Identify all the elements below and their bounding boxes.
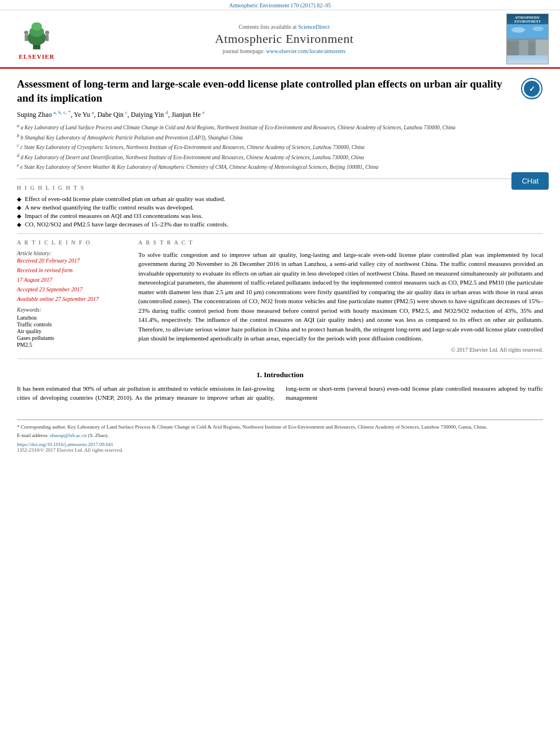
journal-banner: ELSEVIER Contents lists available at Sci… — [0, 10, 560, 67]
revised-date: 17 August 2017 — [17, 277, 127, 283]
author-ye-yu: Ye Yu — [74, 111, 90, 119]
svg-rect-11 — [519, 40, 528, 55]
journal-title-banner: Atmospheric Environment — [62, 32, 506, 46]
journal-center-info: Contents lists available at ScienceDirec… — [62, 24, 506, 54]
svg-text:CrossMark: CrossMark — [526, 96, 539, 99]
highlight-item-1: ◆ Effect of even-odd license plate contr… — [17, 195, 543, 202]
homepage-url[interactable]: www.elsevier.com/locate/atmosenv — [266, 48, 346, 54]
elsevier-tree-icon — [17, 18, 56, 52]
keyword-traffic: Traffic controls — [17, 321, 127, 327]
svg-rect-13 — [536, 40, 549, 55]
journal-ref: Atmospheric Environment 170 (2017) 82–95 — [229, 2, 331, 8]
copyright-line: © 2017 Elsevier Ltd. All rights reserved… — [138, 347, 543, 353]
homepage-line: journal homepage: www.elsevier.com/locat… — [62, 48, 506, 54]
issn-line: 1352-2310/© 2017 Elsevier Ltd. All right… — [17, 447, 543, 453]
intro-heading: 1. Introduction — [17, 370, 543, 379]
article-title: Assessment of long-term and large-scale … — [17, 77, 520, 105]
article-history-block: Article history: Received 20 February 20… — [17, 250, 127, 302]
journal-ref-line: Atmospheric Environment 170 (2017) 82–95 — [0, 0, 560, 10]
cover-image-area — [507, 24, 548, 55]
main-content: Assessment of long-term and large-scale … — [0, 69, 560, 461]
highlight-item-4: ◆ CO, NO2/SO2 and PM2.5 have large decre… — [17, 221, 543, 228]
author-jianjun-he: Jianjun He — [172, 111, 201, 119]
affiliation-d: d d Key Laboratory of Desert and Deserti… — [17, 152, 543, 161]
introduction-section: 1. Introduction It has been estimated th… — [17, 370, 543, 403]
crossmark-badge: ✓ CrossMark — [520, 77, 543, 102]
email-person: (S. Zhao). — [88, 433, 108, 438]
affiliation-c: c c State Key Laboratory of Cryospheric … — [17, 142, 543, 151]
divider-highlights — [17, 178, 543, 179]
divider-article-info — [17, 233, 543, 234]
two-column-section: A R T I C L E I N F O Article history: R… — [17, 239, 543, 353]
corresponding-author-note: * Corresponding author. Key Laboratory o… — [17, 423, 543, 431]
bullet-icon-2: ◆ — [17, 204, 21, 211]
keyword-air-quality: Air quality — [17, 328, 127, 334]
contents-text: Contents lists available at — [239, 24, 296, 30]
doi-line[interactable]: https://doi.org/10.1016/j.atmosenv.2017.… — [17, 442, 543, 447]
intro-section-number: 1. — [256, 370, 262, 379]
affiliation-e: e e State Key Laboratory of Severe Weath… — [17, 162, 543, 171]
journal-cover-image: ATMOSPHERICENVIRONMENT — [506, 14, 549, 64]
svg-rect-7 — [46, 35, 49, 41]
affiliation-a: a a Key Laboratory of Land Surface Proce… — [17, 123, 543, 132]
intro-section-title: Introduction — [264, 370, 304, 379]
article-title-section: Assessment of long-term and large-scale … — [17, 77, 543, 105]
article-info-column: A R T I C L E I N F O Article history: R… — [17, 239, 127, 353]
affiliations-block: a a Key Laboratory of Land Surface Proce… — [17, 123, 543, 171]
abstract-text: To solve traffic congestion and to impro… — [138, 250, 543, 343]
svg-rect-10 — [507, 41, 518, 55]
sciencedirect-link[interactable]: ScienceDirect — [298, 24, 330, 30]
bullet-icon-3: ◆ — [17, 213, 21, 219]
article-info-label: A R T I C L E I N F O — [17, 239, 127, 246]
chat-button[interactable]: CHat — [511, 172, 549, 190]
email-line: E-mail address: zhaosp@lzb.ac.cn (S. Zha… — [17, 432, 543, 439]
author-dahe-qin: Dahe Qin — [97, 111, 123, 119]
svg-rect-12 — [529, 42, 535, 55]
available-date: Available online 27 September 2017 — [17, 296, 127, 302]
elsevier-logo: ELSEVIER — [11, 18, 62, 60]
author-daiying-yin: Daiying Yin — [131, 111, 164, 119]
svg-point-14 — [511, 27, 525, 33]
email-label: E-mail address: — [17, 433, 49, 438]
accepted-date: Accepted 23 September 2017 — [17, 286, 127, 292]
highlights-section: H I G H L I G H T S ◆ Effect of even-odd… — [17, 185, 543, 228]
journal-header: Atmospheric Environment 170 (2017) 82–95… — [0, 0, 560, 69]
highlights-label: H I G H L I G H T S — [17, 185, 543, 191]
keyword-gases: Gases pollutants — [17, 335, 127, 341]
email-address[interactable]: zhaosp@lzb.ac.cn — [50, 433, 86, 438]
bullet-icon-1: ◆ — [17, 196, 21, 202]
cover-landscape-icon — [507, 24, 549, 55]
highlight-item-2: ◆ A new method quantifying the traffic c… — [17, 204, 543, 211]
divider-introduction — [17, 359, 543, 359]
homepage-text: journal homepage: — [222, 48, 265, 54]
contents-line: Contents lists available at ScienceDirec… — [62, 24, 506, 30]
author-suping-zhao: Suping Zhao — [17, 111, 52, 119]
revised-label: Received in revised form — [17, 267, 127, 273]
abstract-column: A B S T R A C T To solve traffic congest… — [138, 239, 543, 353]
svg-point-4 — [24, 30, 28, 34]
keyword-lanzhou: Lanzhou — [17, 314, 127, 321]
elsevier-label: ELSEVIER — [19, 53, 55, 60]
history-label: Article history: — [17, 250, 127, 256]
intro-text: It has been estimated that 90% of urban … — [17, 384, 543, 403]
keywords-label: Keywords: — [17, 307, 127, 313]
cover-title: ATMOSPHERICENVIRONMENT — [513, 14, 541, 24]
svg-rect-5 — [25, 35, 28, 41]
crossmark-icon: ✓ CrossMark — [520, 77, 543, 100]
bullet-icon-4: ◆ — [17, 221, 21, 228]
svg-point-6 — [45, 30, 49, 34]
keyword-pm25: PM2.5 — [17, 342, 127, 348]
highlight-item-3: ◆ Impact of the control measures on AQI … — [17, 212, 543, 219]
abstract-label: A B S T R A C T — [138, 239, 543, 246]
received-date: Received 20 February 2017 — [17, 257, 127, 264]
footnote-section: * Corresponding author. Key Laboratory o… — [17, 420, 543, 453]
svg-point-3 — [32, 22, 42, 30]
authors-line: Suping Zhao a, b, c, *, Ye Yu a, Dahe Qi… — [17, 110, 543, 119]
svg-text:✓: ✓ — [529, 85, 535, 93]
affiliation-b: b b Shanghai Key Laboratory of Atmospher… — [17, 133, 543, 142]
svg-point-15 — [532, 27, 544, 31]
